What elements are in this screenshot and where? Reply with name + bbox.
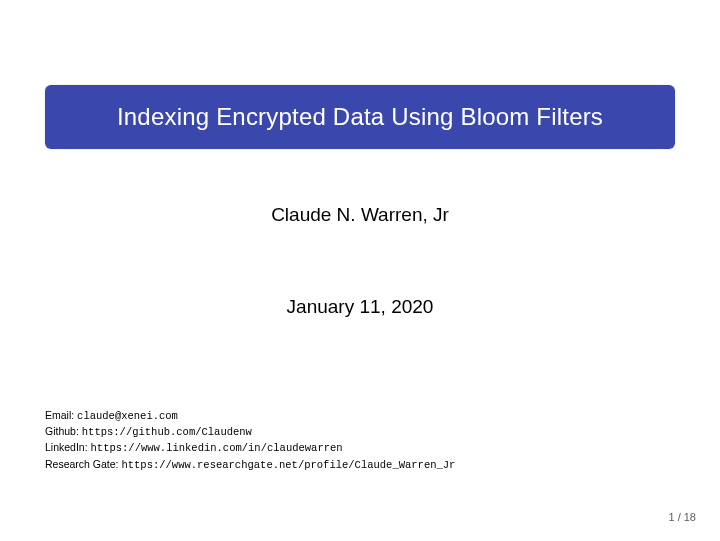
contact-email: Email: claude@xenei.com bbox=[45, 408, 675, 424]
github-label: Github: bbox=[45, 425, 82, 437]
contact-block: Email: claude@xenei.com Github: https://… bbox=[45, 408, 675, 473]
slide: Indexing Encrypted Data Using Bloom Filt… bbox=[0, 0, 720, 541]
linkedin-label: LinkedIn: bbox=[45, 441, 91, 453]
contact-github: Github: https://github.com/Claudenw bbox=[45, 424, 675, 440]
contact-linkedin: LinkedIn: https://www.linkedin.com/in/cl… bbox=[45, 440, 675, 456]
email-value: claude@xenei.com bbox=[77, 410, 178, 422]
page-counter: 1 / 18 bbox=[668, 511, 696, 523]
github-value: https://github.com/Claudenw bbox=[82, 426, 252, 438]
contact-researchgate: Research Gate: https://www.researchgate.… bbox=[45, 457, 675, 473]
linkedin-value: https://www.linkedin.com/in/claudewarren bbox=[91, 442, 343, 454]
email-label: Email: bbox=[45, 409, 77, 421]
slide-title: Indexing Encrypted Data Using Bloom Filt… bbox=[65, 103, 655, 131]
title-box: Indexing Encrypted Data Using Bloom Filt… bbox=[45, 85, 675, 149]
researchgate-label: Research Gate: bbox=[45, 458, 121, 470]
author-name: Claude N. Warren, Jr bbox=[45, 204, 675, 226]
presentation-date: January 11, 2020 bbox=[45, 296, 675, 318]
researchgate-value: https://www.researchgate.net/profile/Cla… bbox=[121, 459, 455, 471]
